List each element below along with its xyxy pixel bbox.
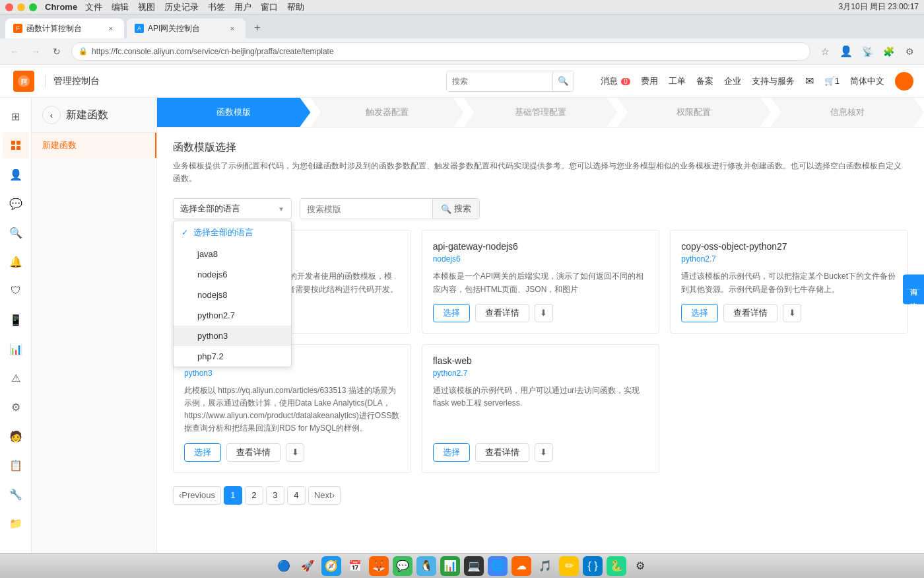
dock-pycharm[interactable]: 🐍: [607, 556, 626, 576]
cast-btn[interactable]: 📡: [858, 42, 876, 61]
sidebar-search-icon2[interactable]: 🔍: [3, 219, 29, 246]
dock-chrome[interactable]: 🌐: [488, 556, 508, 576]
lang-option-all[interactable]: ✓ 选择全部的语言: [174, 221, 291, 244]
sidebar-bell-icon[interactable]: 🔔: [3, 248, 29, 275]
menu-help[interactable]: 帮助: [287, 1, 304, 13]
menu-user[interactable]: 用户: [234, 1, 251, 13]
forward-nav-btn[interactable]: →: [26, 42, 45, 61]
nav-messages[interactable]: 消息 0: [601, 75, 630, 87]
lang-option-python3[interactable]: python3: [174, 326, 291, 346]
card-datalake-download-btn[interactable]: ⬇: [286, 443, 304, 462]
address-bar[interactable]: 🔒 https://fc.console.aliyun.com/service/…: [71, 42, 810, 61]
card-apigateway-select-btn[interactable]: 选择: [433, 304, 470, 322]
float-suggest-btn[interactable]: 建议: [909, 293, 919, 299]
sidebar-functions-icon[interactable]: [3, 132, 29, 159]
dock-music[interactable]: 🎵: [535, 556, 555, 576]
nav-workorder[interactable]: 工单: [669, 75, 686, 87]
nav-enterprise[interactable]: 企业: [724, 75, 741, 87]
sidebar-shield-icon[interactable]: 🛡: [3, 277, 29, 304]
search-template-input[interactable]: [300, 198, 432, 219]
new-tab-button[interactable]: +: [248, 18, 267, 37]
top-search-btn[interactable]: 🔍: [552, 71, 574, 92]
tab-functions[interactable]: F 函数计算控制台 ×: [5, 18, 124, 38]
sidebar-comment-icon[interactable]: 💬: [3, 190, 29, 217]
user-avatar[interactable]: [895, 72, 913, 90]
nav-billing[interactable]: 费用: [641, 75, 658, 87]
lang-option-nodejs6[interactable]: nodejs6: [174, 264, 291, 285]
close-button[interactable]: [5, 3, 13, 11]
lang-option-java8[interactable]: java8: [174, 244, 291, 264]
nav-mail[interactable]: ✉: [805, 75, 814, 87]
fullscreen-button[interactable]: [29, 3, 37, 11]
extensions-btn[interactable]: 🧩: [879, 42, 898, 61]
nav-lang[interactable]: 简体中文: [850, 75, 884, 87]
menu-window[interactable]: 窗口: [261, 1, 278, 13]
profile-icon[interactable]: 👤: [837, 42, 855, 61]
dock-sketch[interactable]: ✏: [559, 556, 579, 576]
step-trigger[interactable]: 触发器配置: [310, 98, 463, 127]
account-btn[interactable]: ⚙: [900, 42, 919, 61]
menu-edit[interactable]: 编辑: [112, 1, 129, 13]
sidebar-extra1-icon[interactable]: 📋: [3, 452, 29, 478]
dock-aliwangwang[interactable]: 🦊: [369, 556, 389, 576]
search-template-btn[interactable]: 🔍 搜索: [432, 198, 479, 219]
dock-safari[interactable]: 🧭: [321, 556, 341, 576]
pagination-page-1[interactable]: 1: [224, 486, 242, 505]
sidebar-person-icon[interactable]: 🧑: [3, 423, 29, 449]
card-datalake-detail-btn[interactable]: 查看详情: [226, 443, 280, 462]
card-flask-download-btn[interactable]: ⬇: [535, 443, 553, 462]
sidebar-warning-icon[interactable]: ⚠: [3, 365, 29, 391]
dock-qichat[interactable]: 🐧: [416, 556, 436, 576]
step-basic[interactable]: 基础管理配置: [464, 98, 617, 127]
step-template[interactable]: 函数模版: [157, 98, 310, 127]
card-apigateway-detail-btn[interactable]: 查看详情: [475, 304, 529, 322]
sidebar-settings-icon[interactable]: ⚙: [3, 394, 29, 420]
tab-close-2[interactable]: ×: [227, 23, 238, 34]
sidebar-extra3-icon[interactable]: 📁: [3, 510, 29, 536]
dock-vscode[interactable]: { }: [583, 556, 603, 576]
lang-option-php72[interactable]: php7.2: [174, 346, 291, 367]
dock-numbers[interactable]: 📊: [440, 556, 460, 576]
card-copyoss-download-btn[interactable]: ⬇: [783, 304, 801, 322]
dock-wechat[interactable]: 💬: [393, 556, 412, 576]
card-copyoss-detail-btn[interactable]: 查看详情: [723, 304, 777, 322]
pagination-page-3[interactable]: 3: [266, 486, 284, 505]
pagination-page-2[interactable]: 2: [245, 486, 263, 505]
top-search-input[interactable]: [447, 71, 552, 92]
sidebar-analytics-icon[interactable]: 📊: [3, 336, 29, 362]
card-copyoss-select-btn[interactable]: 选择: [681, 304, 718, 322]
menu-view[interactable]: 视图: [138, 1, 155, 13]
back-button[interactable]: ‹: [42, 106, 61, 124]
nav-cart[interactable]: 🛒1: [824, 76, 840, 86]
card-flask-select-btn[interactable]: 选择: [433, 443, 470, 462]
tab-close-1[interactable]: ×: [106, 23, 116, 34]
language-select-trigger[interactable]: 选择全部的语言 ▼: [173, 198, 292, 219]
lang-option-python27[interactable]: python2.7: [174, 305, 291, 326]
sidebar-phone-icon[interactable]: 📱: [3, 307, 29, 333]
float-consult-btn[interactable]: 咨询: [909, 279, 919, 285]
reload-btn[interactable]: ↻: [48, 42, 66, 61]
sidebar-user-icon[interactable]: 👤: [3, 161, 29, 188]
dock-calendar[interactable]: 📅: [345, 556, 365, 576]
nav-support[interactable]: 支持与服务: [752, 75, 795, 87]
card-flask-detail-btn[interactable]: 查看详情: [475, 443, 529, 462]
back-nav-btn[interactable]: ←: [5, 42, 24, 61]
tab-apigateway[interactable]: A API网关控制台 ×: [127, 18, 246, 38]
step-review[interactable]: 信息核对: [771, 98, 924, 127]
pagination-next-btn[interactable]: Next ›: [308, 486, 341, 505]
dock-cloud[interactable]: ☁: [512, 556, 531, 576]
card-apigateway-download-btn[interactable]: ⬇: [535, 304, 553, 322]
dock-finder[interactable]: 🔵: [274, 556, 294, 576]
lang-option-nodejs8[interactable]: nodejs8: [174, 285, 291, 305]
menu-bookmarks[interactable]: 书签: [208, 1, 225, 13]
sidebar-grid-icon[interactable]: ⊞: [3, 103, 29, 129]
menu-history[interactable]: 历史记录: [164, 1, 199, 13]
nav-beian[interactable]: 备案: [696, 75, 713, 87]
dock-system-prefs[interactable]: ⚙: [630, 556, 650, 576]
menu-file[interactable]: 文件: [85, 1, 102, 13]
card-datalake-select-btn[interactable]: 选择: [184, 443, 221, 462]
bookmark-btn[interactable]: ☆: [816, 42, 834, 61]
minimize-button[interactable]: [17, 3, 25, 11]
dock-launchpad[interactable]: 🚀: [298, 556, 317, 576]
sidebar-extra2-icon[interactable]: 🔧: [3, 481, 29, 507]
